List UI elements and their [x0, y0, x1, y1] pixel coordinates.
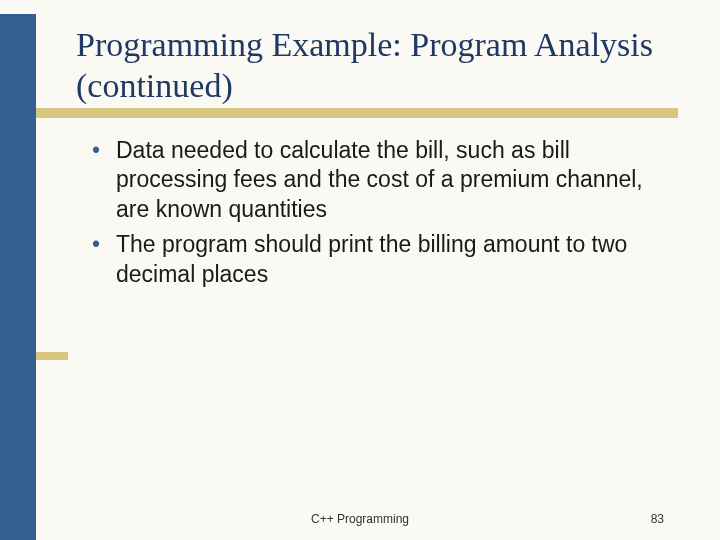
- slide-title: Programming Example: Program Analysis (c…: [76, 24, 696, 107]
- slide-content: Data needed to calculate the bill, such …: [92, 136, 672, 295]
- sidebar-accent: [0, 14, 36, 540]
- bullet-item: The program should print the billing amo…: [92, 230, 672, 289]
- footer-label: C++ Programming: [0, 512, 720, 526]
- accent-bar-side: [36, 352, 68, 360]
- page-number: 83: [651, 512, 664, 526]
- bullet-item: Data needed to calculate the bill, such …: [92, 136, 672, 224]
- accent-bar-top: [36, 108, 678, 118]
